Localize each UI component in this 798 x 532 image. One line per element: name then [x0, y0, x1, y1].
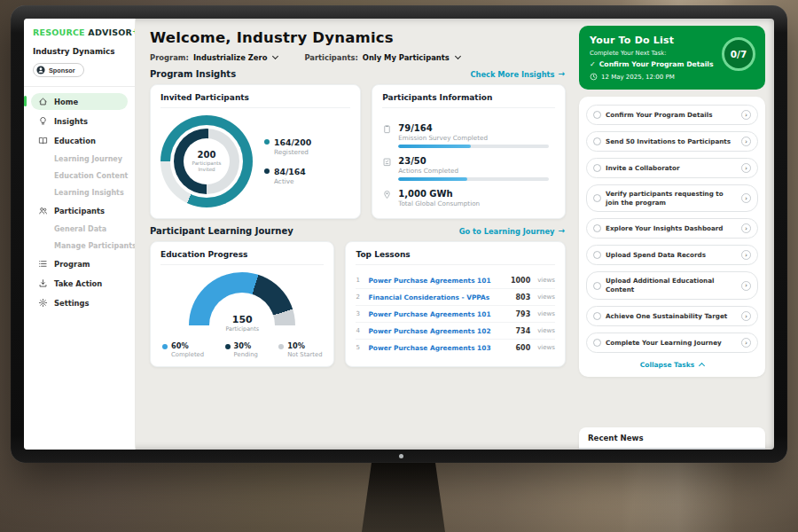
teal-dot-icon [264, 139, 270, 145]
task-explore-insights[interactable]: Explore Your Insights Dashboard › [586, 218, 758, 239]
book-icon [38, 136, 48, 145]
location-pin-icon [382, 190, 392, 200]
collapse-tasks-link[interactable]: Collapse Tasks [586, 359, 758, 375]
checkbox-icon[interactable] [593, 312, 601, 320]
checkbox-icon[interactable] [593, 137, 601, 145]
account-name: Industry Dynamics [33, 47, 126, 56]
blue-dot-icon [162, 344, 168, 349]
sidebar-item-insights[interactable]: Insights [31, 113, 128, 129]
todo-next-task[interactable]: ✓ Confirm Your Program Details [590, 60, 723, 68]
program-insights-cards: Invited Participants 200 Participants In… [150, 84, 566, 219]
clipboard-icon [382, 124, 392, 134]
home-icon [38, 97, 48, 106]
sidebar-item-education[interactable]: Education [31, 132, 128, 149]
monitor-stand [362, 461, 445, 532]
task-complete-learning-journey[interactable]: Complete Your Learning Journey › [586, 332, 758, 353]
power-led [399, 454, 403, 458]
chevron-right-icon[interactable]: › [741, 193, 751, 203]
sidebar-item-program[interactable]: Program [31, 255, 128, 272]
clock-icon [590, 73, 598, 81]
chevron-right-icon[interactable]: › [741, 137, 751, 146]
lesson-link[interactable]: Power Purchase Agreements 101 [368, 277, 505, 285]
sidebar-item-general-data[interactable]: General Data [31, 222, 128, 237]
checkbox-icon[interactable] [593, 194, 601, 202]
sidebar-item-education-content[interactable]: Education Content [31, 168, 128, 184]
arrow-right-icon: → [558, 227, 565, 235]
go-to-learning-journey-link[interactable]: Go to Learning Journey → [459, 227, 565, 236]
checkbox-icon[interactable] [593, 164, 601, 172]
task-send-invitations[interactable]: Send 50 Invitations to Participants › [586, 131, 758, 152]
sponsor-badge[interactable]: Sponsor [33, 63, 84, 77]
lesson-link[interactable]: Power Purchase Agreements 102 [368, 327, 510, 335]
task-upload-spend-data[interactable]: Upload Spend Data Records › [586, 245, 758, 265]
chevron-right-icon[interactable]: › [741, 338, 751, 348]
task-verify-participants[interactable]: Verify participants requesting to join t… [586, 184, 758, 212]
lesson-row: 3 Power Purchase Agreements 101 793 view… [356, 306, 555, 323]
lesson-row: 4 Power Purchase Agreements 102 734 view… [356, 323, 555, 340]
sidebar-item-participants[interactable]: Participants [31, 202, 128, 219]
sidebar-item-settings[interactable]: Settings [31, 294, 128, 311]
task-confirm-program-details[interactable]: Confirm Your Program Details › [586, 105, 758, 125]
program-insights-header: Program Insights Check More Insights → [150, 69, 565, 79]
sidebar-item-learning-insights[interactable]: Learning Insights [31, 185, 128, 200]
sidebar: RESOURCE ADVISOR+ Industry Dynamics Spon… [24, 19, 136, 450]
chevron-right-icon[interactable]: › [741, 223, 751, 233]
stat-global-consumption: 1,000 GWh Total Global Consumption [382, 189, 555, 210]
chevron-up-icon [699, 363, 705, 369]
lesson-link[interactable]: Financial Considerations - VPPAs [368, 293, 510, 301]
gear-icon [38, 298, 48, 308]
monitor-bezel: RESOURCE ADVISOR+ Industry Dynamics Spon… [11, 5, 787, 463]
list-icon [38, 259, 48, 269]
app-logo: RESOURCE ADVISOR+ [24, 19, 135, 43]
invited-total: 200 [198, 150, 216, 160]
account-block: Industry Dynamics Sponsor [24, 43, 135, 87]
chevron-right-icon[interactable]: › [741, 163, 751, 173]
participants-filter[interactable]: Participants: Only My Participants [304, 53, 459, 62]
logo-resource: RESOURCE [33, 27, 85, 37]
section-title-learning-journey: Participant Learning Journey [150, 226, 293, 236]
legend-pending: 30% Pending [225, 341, 258, 358]
sidebar-item-home[interactable]: Home [31, 93, 128, 110]
legend-active: 84/164 Active [264, 167, 311, 185]
stat-actions-completed: 23/50 Actions Completed [382, 156, 555, 181]
chevron-down-icon [455, 53, 461, 59]
chevron-right-icon[interactable]: › [741, 250, 751, 260]
sidebar-nav: Home Insights Education Learning Journey [24, 87, 135, 320]
arrow-right-icon: → [558, 70, 565, 78]
chevron-right-icon[interactable]: › [741, 311, 751, 321]
task-upload-educational-content[interactable]: Upload Additional Educational Content › [586, 271, 758, 299]
sidebar-item-take-action[interactable]: Take Action [31, 275, 128, 292]
legend-completed: 60% Completed [162, 341, 204, 358]
lesson-link[interactable]: Power Purchase Agreements 103 [368, 344, 510, 352]
legend-registered: 164/200 Registered [264, 137, 311, 156]
todo-summary-card: Your To Do List Complete Your Next Task:… [579, 26, 765, 90]
task-invite-collaborator[interactable]: Invite a Collaborator › [586, 158, 758, 178]
page-title: Welcome, Industry Dynamics [150, 29, 566, 46]
checkbox-icon[interactable] [593, 251, 601, 259]
education-progress-legend: 60% Completed 30% Pending 10% Not Starte… [160, 341, 324, 358]
sidebar-item-learning-journey[interactable]: Learning Journey [31, 152, 128, 167]
check-icon: ✓ [590, 60, 596, 68]
checkbox-icon[interactable] [593, 224, 601, 232]
lesson-link[interactable]: Power Purchase Agreements 101 [368, 310, 510, 318]
navy-dot-icon [264, 168, 270, 174]
sponsor-badge-label: Sponsor [49, 66, 75, 74]
actions-completed-progressbar [398, 177, 549, 181]
check-more-insights-link[interactable]: Check More Insights → [470, 70, 565, 79]
participants-information-card: Participants Information 79/164 Emission… [372, 84, 566, 219]
checkbox-icon[interactable] [593, 282, 601, 290]
section-title-program-insights: Program Insights [150, 69, 236, 79]
program-filter[interactable]: Program: Industrialize Zero [150, 53, 278, 62]
checkbox-icon[interactable] [593, 339, 601, 347]
chevron-right-icon[interactable]: › [741, 110, 751, 120]
people-icon [38, 206, 48, 215]
education-progress-card: Education Progress 150 Participants 60 [150, 241, 334, 367]
sidebar-item-manage-participants[interactable]: Manage Participants [31, 239, 128, 254]
chevron-right-icon[interactable]: › [741, 281, 751, 291]
navy-dot-icon [225, 344, 231, 349]
task-achieve-sustainability-target[interactable]: Achieve One Sustainability Target › [586, 306, 758, 326]
lightbulb-icon [38, 116, 48, 126]
checkbox-icon[interactable] [593, 111, 601, 119]
todo-task-list: Confirm Your Program Details › Send 50 I… [579, 97, 765, 377]
gray-dot-icon [278, 344, 284, 349]
